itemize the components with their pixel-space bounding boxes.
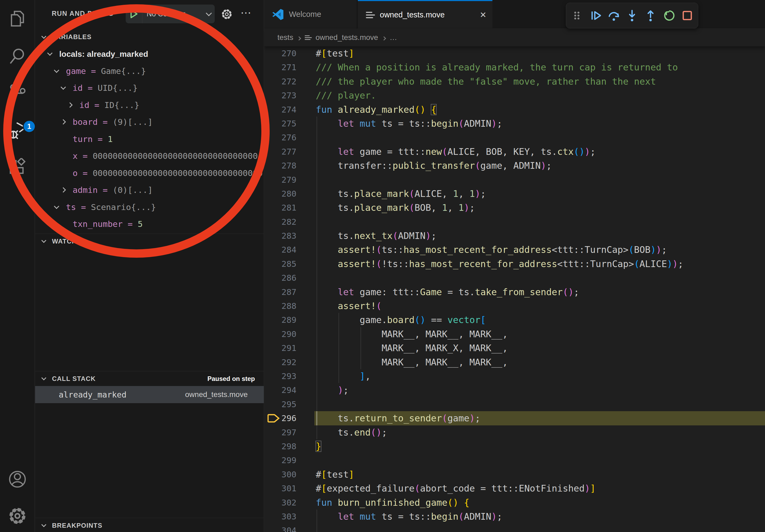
code-line-284[interactable]: 284assert!(ts::has_most_recent_for_addre… — [264, 243, 765, 257]
code-line-299[interactable]: 299 — [264, 453, 765, 467]
line-number[interactable]: 290 — [264, 327, 297, 341]
code-line-295[interactable]: 295 — [264, 397, 765, 411]
line-number[interactable]: 291 — [264, 341, 297, 355]
variable-row-ts[interactable]: ts = Scenario{...} — [35, 199, 264, 216]
code-line-281[interactable]: 281ts.place_mark(BOB, 1, 1); — [264, 201, 765, 215]
line-number[interactable]: 295 — [264, 397, 297, 411]
code-line-296[interactable]: 296 ts.return_to_sender(game); — [264, 411, 765, 425]
variable-row-id[interactable]: id = UID{...} — [35, 80, 264, 97]
line-number[interactable]: 287 — [264, 285, 297, 299]
variable-row-txn_number[interactable]: txn_number = 5 — [35, 216, 264, 233]
close-tab-icon[interactable]: ✕ — [480, 10, 486, 20]
code-line-278[interactable]: 278transfer::public_transfer(game, ADMIN… — [264, 158, 765, 172]
code-line-283[interactable]: 283ts.next_tx(ADMIN); — [264, 229, 765, 243]
code-line-303[interactable]: 303let mut ts = ts::begin(ADMIN); — [264, 509, 765, 523]
variable-row-turn[interactable]: turn = 1 — [35, 131, 264, 148]
more-actions-icon[interactable]: ⋯ — [241, 6, 253, 19]
line-number[interactable]: 284 — [264, 243, 297, 257]
call-stack-section-header[interactable]: CALL STACK Paused on step — [35, 371, 264, 386]
code-line-270[interactable]: 270#[test] — [264, 46, 765, 60]
call-stack-frame[interactable]: already_marked owned_tests.move — [35, 386, 264, 403]
code-line-301[interactable]: 301#[expected_failure(abort_code = ttt::… — [264, 481, 765, 495]
line-number[interactable]: 301 — [264, 481, 297, 495]
code-line-287[interactable]: 287let game: ttt::Game = ts.take_from_se… — [264, 285, 765, 299]
code-line-285[interactable]: 285assert!(!ts::has_most_recent_for_addr… — [264, 257, 765, 271]
debug-config-dropdown[interactable]: No Configur — [126, 5, 215, 23]
line-number[interactable]: 277 — [264, 145, 297, 158]
code-line-291[interactable]: 291MARK__, MARK_X, MARK__, — [264, 341, 765, 355]
line-number[interactable]: 270 — [264, 46, 297, 60]
variable-row-game[interactable]: game = Game{...} — [35, 63, 264, 80]
extensions-icon[interactable] — [8, 158, 27, 177]
code-line-302[interactable]: 302fun burn_unfinished_game() { — [264, 496, 765, 509]
tab-owned-tests-move[interactable]: owned_tests.move ✕ — [358, 0, 492, 29]
code-line-294[interactable]: 294); — [264, 383, 765, 397]
code-line-273[interactable]: 273/// player. — [264, 89, 765, 102]
line-number[interactable]: 280 — [264, 187, 297, 201]
line-number[interactable]: 286 — [264, 271, 297, 285]
variable-row-id[interactable]: id = ID{...} — [35, 97, 264, 114]
tab-welcome[interactable]: Welcome — [264, 0, 357, 29]
variable-row-x[interactable]: x = 000000000000000000000000000000000… — [35, 147, 264, 165]
line-number[interactable]: 302 — [264, 496, 297, 509]
code-line-286[interactable]: 286 — [264, 271, 765, 285]
breadcrumb-file[interactable]: owned_tests.move — [316, 33, 378, 42]
line-number[interactable]: 288 — [264, 299, 297, 313]
line-number[interactable]: 272 — [264, 75, 297, 89]
variables-section-header[interactable]: VARIABLES — [35, 30, 264, 45]
code-line-276[interactable]: 276 — [264, 131, 765, 144]
code-line-271[interactable]: 271/// When a position is already marked… — [264, 60, 765, 74]
line-number[interactable]: 275 — [264, 117, 297, 131]
start-debug-icon[interactable] — [126, 5, 142, 23]
line-number[interactable]: 274 — [264, 103, 297, 117]
line-number[interactable]: 294 — [264, 383, 297, 397]
line-number[interactable]: 292 — [264, 355, 297, 369]
code-line-292[interactable]: 292MARK__, MARK__, MARK__, — [264, 355, 765, 369]
continue-button[interactable] — [588, 8, 603, 23]
line-number[interactable]: 297 — [264, 425, 297, 439]
debug-settings-gear-icon[interactable] — [221, 8, 233, 20]
breadcrumb-symbol[interactable]: … — [390, 33, 397, 42]
code-line-304[interactable]: 304 — [264, 523, 765, 532]
code-line-298[interactable]: 298} — [264, 439, 765, 453]
variables-scope-row[interactable]: locals: already_marked — [35, 46, 264, 63]
code-editor[interactable]: 270#[test]271/// When a position is alre… — [264, 46, 765, 532]
breakpoints-section-header[interactable]: BREAKPOINTS — [35, 518, 264, 532]
line-number[interactable]: 304 — [264, 523, 297, 532]
line-number[interactable]: 282 — [264, 215, 297, 229]
run-and-debug-icon[interactable]: 1 — [8, 121, 27, 140]
line-number[interactable]: 273 — [264, 89, 297, 102]
stop-button[interactable] — [680, 8, 695, 23]
variable-row-o[interactable]: o = 0000000000000000000000000000000000. — [35, 165, 264, 182]
account-icon[interactable] — [8, 470, 27, 489]
search-icon[interactable] — [8, 46, 27, 66]
line-number[interactable]: 298 — [264, 439, 297, 453]
line-number[interactable]: 279 — [264, 173, 297, 187]
line-number[interactable]: 299 — [264, 453, 297, 467]
line-number[interactable]: 276 — [264, 131, 297, 144]
step-over-button[interactable] — [606, 8, 621, 23]
variable-row-board[interactable]: board = (9)[...] — [35, 114, 264, 131]
line-number[interactable]: 285 — [264, 257, 297, 271]
watch-section-header[interactable]: WATCH — [35, 234, 264, 249]
line-number[interactable]: 293 — [264, 369, 297, 383]
line-number[interactable]: 289 — [264, 313, 297, 327]
step-out-button[interactable] — [643, 8, 658, 23]
line-number[interactable]: 303 — [264, 509, 297, 523]
toolbar-drag-handle[interactable] — [570, 8, 585, 23]
line-number[interactable]: 300 — [264, 467, 297, 481]
source-control-icon[interactable] — [8, 83, 27, 102]
explorer-icon[interactable] — [8, 9, 27, 28]
code-line-289[interactable]: 289game.board() == vector[ — [264, 313, 765, 327]
line-number[interactable]: 283 — [264, 229, 297, 243]
line-number[interactable]: 281 — [264, 201, 297, 215]
code-line-272[interactable]: 272/// the player who made the "false" m… — [264, 75, 765, 89]
code-line-279[interactable]: 279 — [264, 173, 765, 187]
code-line-288[interactable]: 288assert!( — [264, 299, 765, 313]
code-line-293[interactable]: 293], — [264, 369, 765, 383]
step-into-button[interactable] — [624, 8, 640, 23]
settings-gear-icon[interactable] — [8, 506, 27, 526]
code-line-300[interactable]: 300#[test] — [264, 467, 765, 481]
code-line-282[interactable]: 282 — [264, 215, 765, 229]
line-number[interactable]: 271 — [264, 60, 297, 74]
